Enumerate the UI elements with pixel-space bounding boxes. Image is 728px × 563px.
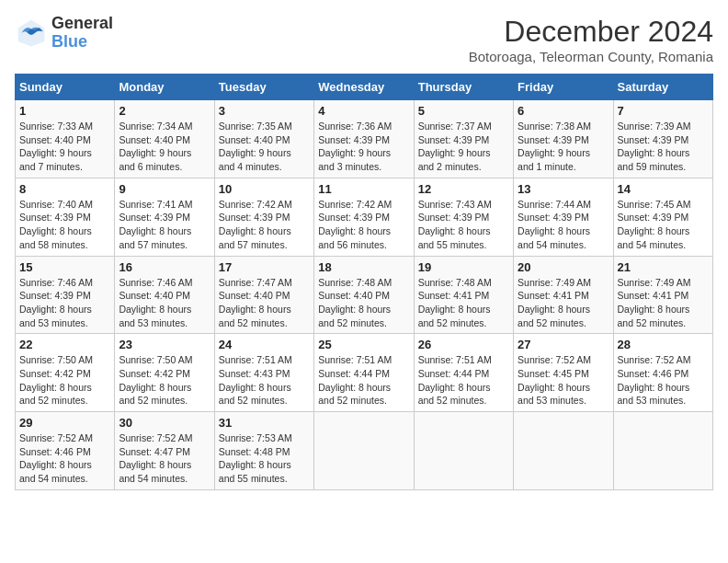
day-info: Sunrise: 7:51 AM Sunset: 4:44 PM Dayligh… — [418, 353, 509, 408]
day-number: 12 — [418, 182, 509, 196]
day-info: Sunrise: 7:49 AM Sunset: 4:41 PM Dayligh… — [518, 276, 609, 330]
day-number: 25 — [318, 338, 409, 351]
day-number: 21 — [618, 260, 709, 274]
day-info: Sunrise: 7:40 AM Sunset: 4:39 PM Dayligh… — [19, 198, 110, 252]
calendar-cell: 1Sunrise: 7:33 AM Sunset: 4:40 PM Daylig… — [16, 100, 115, 178]
calendar-cell: 15Sunrise: 7:46 AM Sunset: 4:39 PM Dayli… — [16, 256, 115, 334]
logo-icon — [15, 17, 48, 50]
col-header-monday: Monday — [115, 75, 214, 100]
day-number: 6 — [518, 104, 609, 118]
calendar-week-4: 22Sunrise: 7:50 AM Sunset: 4:42 PM Dayli… — [16, 334, 713, 412]
day-number: 28 — [618, 338, 709, 351]
day-info: Sunrise: 7:47 AM Sunset: 4:40 PM Dayligh… — [219, 276, 310, 330]
col-header-sunday: Sunday — [16, 75, 115, 100]
day-number: 30 — [119, 416, 210, 430]
day-info: Sunrise: 7:34 AM Sunset: 4:40 PM Dayligh… — [119, 120, 210, 174]
day-number: 26 — [418, 338, 509, 351]
day-number: 10 — [219, 182, 310, 196]
title-block: December 2024 Botoroaga, Teleorman Count… — [469, 15, 713, 64]
calendar-cell: 23Sunrise: 7:50 AM Sunset: 4:42 PM Dayli… — [115, 334, 214, 412]
day-info: Sunrise: 7:52 AM Sunset: 4:46 PM Dayligh… — [19, 431, 110, 486]
day-info: Sunrise: 7:52 AM Sunset: 4:47 PM Dayligh… — [119, 431, 210, 486]
col-header-thursday: Thursday — [414, 75, 513, 100]
calendar-cell: 22Sunrise: 7:50 AM Sunset: 4:42 PM Dayli… — [16, 334, 115, 412]
day-number: 23 — [119, 338, 210, 351]
calendar-cell: 25Sunrise: 7:51 AM Sunset: 4:44 PM Dayli… — [314, 334, 414, 412]
col-header-friday: Friday — [514, 75, 613, 100]
calendar-cell: 11Sunrise: 7:42 AM Sunset: 4:39 PM Dayli… — [314, 178, 414, 256]
day-info: Sunrise: 7:50 AM Sunset: 4:42 PM Dayligh… — [19, 353, 110, 408]
day-info: Sunrise: 7:35 AM Sunset: 4:40 PM Dayligh… — [219, 120, 310, 174]
calendar-cell: 29Sunrise: 7:52 AM Sunset: 4:46 PM Dayli… — [16, 412, 115, 490]
day-number: 16 — [119, 260, 210, 274]
calendar-cell: 26Sunrise: 7:51 AM Sunset: 4:44 PM Dayli… — [414, 334, 513, 412]
day-info: Sunrise: 7:51 AM Sunset: 4:43 PM Dayligh… — [219, 353, 310, 408]
page-header: General Blue December 2024 Botoroaga, Te… — [15, 15, 713, 64]
day-number: 4 — [318, 104, 409, 118]
calendar-cell: 31Sunrise: 7:53 AM Sunset: 4:48 PM Dayli… — [214, 412, 313, 490]
calendar-cell: 10Sunrise: 7:42 AM Sunset: 4:39 PM Dayli… — [214, 178, 313, 256]
day-info: Sunrise: 7:52 AM Sunset: 4:46 PM Dayligh… — [618, 353, 709, 408]
calendar-cell: 12Sunrise: 7:43 AM Sunset: 4:39 PM Dayli… — [414, 178, 513, 256]
col-header-tuesday: Tuesday — [214, 75, 313, 100]
day-number: 15 — [19, 260, 110, 274]
day-info: Sunrise: 7:38 AM Sunset: 4:39 PM Dayligh… — [518, 120, 609, 174]
day-info: Sunrise: 7:41 AM Sunset: 4:39 PM Dayligh… — [119, 198, 210, 252]
calendar-cell: 27Sunrise: 7:52 AM Sunset: 4:45 PM Dayli… — [514, 334, 613, 412]
day-number: 9 — [119, 182, 210, 196]
day-info: Sunrise: 7:48 AM Sunset: 4:40 PM Dayligh… — [318, 276, 409, 330]
day-info: Sunrise: 7:42 AM Sunset: 4:39 PM Dayligh… — [219, 198, 310, 252]
calendar-cell — [414, 412, 513, 490]
calendar-cell: 28Sunrise: 7:52 AM Sunset: 4:46 PM Dayli… — [613, 334, 712, 412]
day-number: 18 — [318, 260, 409, 274]
day-number: 7 — [618, 104, 709, 118]
day-number: 3 — [219, 104, 310, 118]
day-info: Sunrise: 7:45 AM Sunset: 4:39 PM Dayligh… — [618, 198, 709, 252]
day-number: 13 — [518, 182, 609, 196]
calendar-cell: 19Sunrise: 7:48 AM Sunset: 4:41 PM Dayli… — [414, 256, 513, 334]
calendar-cell: 13Sunrise: 7:44 AM Sunset: 4:39 PM Dayli… — [514, 178, 613, 256]
calendar-cell: 30Sunrise: 7:52 AM Sunset: 4:47 PM Dayli… — [115, 412, 214, 490]
day-info: Sunrise: 7:50 AM Sunset: 4:42 PM Dayligh… — [119, 353, 210, 408]
calendar-cell — [314, 412, 414, 490]
day-info: Sunrise: 7:36 AM Sunset: 4:39 PM Dayligh… — [318, 120, 409, 174]
day-number: 11 — [318, 182, 409, 196]
calendar-cell: 5Sunrise: 7:37 AM Sunset: 4:39 PM Daylig… — [414, 100, 513, 178]
calendar-table: SundayMondayTuesdayWednesdayThursdayFrid… — [15, 74, 713, 490]
day-info: Sunrise: 7:39 AM Sunset: 4:39 PM Dayligh… — [618, 120, 709, 174]
calendar-cell: 16Sunrise: 7:46 AM Sunset: 4:40 PM Dayli… — [115, 256, 214, 334]
day-info: Sunrise: 7:37 AM Sunset: 4:39 PM Dayligh… — [418, 120, 509, 174]
day-number: 31 — [219, 416, 310, 430]
calendar-cell: 6Sunrise: 7:38 AM Sunset: 4:39 PM Daylig… — [514, 100, 613, 178]
calendar-cell — [613, 412, 712, 490]
calendar-cell: 20Sunrise: 7:49 AM Sunset: 4:41 PM Dayli… — [514, 256, 613, 334]
day-number: 17 — [219, 260, 310, 274]
day-number: 22 — [19, 338, 110, 351]
calendar-cell: 9Sunrise: 7:41 AM Sunset: 4:39 PM Daylig… — [115, 178, 214, 256]
calendar-cell: 21Sunrise: 7:49 AM Sunset: 4:41 PM Dayli… — [613, 256, 712, 334]
day-info: Sunrise: 7:46 AM Sunset: 4:40 PM Dayligh… — [119, 276, 210, 330]
calendar-cell: 14Sunrise: 7:45 AM Sunset: 4:39 PM Dayli… — [613, 178, 712, 256]
day-number: 20 — [518, 260, 609, 274]
day-number: 14 — [618, 182, 709, 196]
calendar-header-row: SundayMondayTuesdayWednesdayThursdayFrid… — [16, 75, 713, 100]
calendar-cell: 24Sunrise: 7:51 AM Sunset: 4:43 PM Dayli… — [214, 334, 313, 412]
calendar-cell: 7Sunrise: 7:39 AM Sunset: 4:39 PM Daylig… — [613, 100, 712, 178]
calendar-cell: 4Sunrise: 7:36 AM Sunset: 4:39 PM Daylig… — [314, 100, 414, 178]
day-info: Sunrise: 7:43 AM Sunset: 4:39 PM Dayligh… — [418, 198, 509, 252]
day-info: Sunrise: 7:44 AM Sunset: 4:39 PM Dayligh… — [518, 198, 609, 252]
month-title: December 2024 — [469, 15, 713, 49]
calendar-week-3: 15Sunrise: 7:46 AM Sunset: 4:39 PM Dayli… — [16, 256, 713, 334]
day-info: Sunrise: 7:49 AM Sunset: 4:41 PM Dayligh… — [618, 276, 709, 330]
calendar-cell: 18Sunrise: 7:48 AM Sunset: 4:40 PM Dayli… — [314, 256, 414, 334]
calendar-week-2: 8Sunrise: 7:40 AM Sunset: 4:39 PM Daylig… — [16, 178, 713, 256]
calendar-cell: 8Sunrise: 7:40 AM Sunset: 4:39 PM Daylig… — [16, 178, 115, 256]
calendar-week-1: 1Sunrise: 7:33 AM Sunset: 4:40 PM Daylig… — [16, 100, 713, 178]
day-info: Sunrise: 7:33 AM Sunset: 4:40 PM Dayligh… — [19, 120, 110, 174]
day-info: Sunrise: 7:42 AM Sunset: 4:39 PM Dayligh… — [318, 198, 409, 252]
calendar-cell: 17Sunrise: 7:47 AM Sunset: 4:40 PM Dayli… — [214, 256, 313, 334]
day-info: Sunrise: 7:53 AM Sunset: 4:48 PM Dayligh… — [219, 431, 310, 486]
calendar-cell: 2Sunrise: 7:34 AM Sunset: 4:40 PM Daylig… — [115, 100, 214, 178]
logo: General Blue — [15, 15, 113, 52]
day-info: Sunrise: 7:48 AM Sunset: 4:41 PM Dayligh… — [418, 276, 509, 330]
